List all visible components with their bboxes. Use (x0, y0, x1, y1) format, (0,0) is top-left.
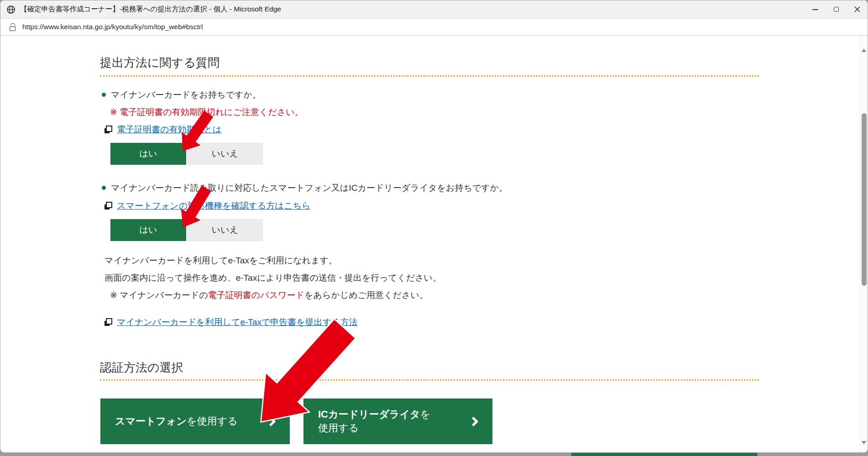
use-ic-card-reader-button[interactable]: ICカードリーダライタを 使用する (303, 398, 492, 444)
vertical-scrollbar[interactable] (860, 36, 868, 452)
scroll-down-arrow-icon[interactable] (862, 441, 866, 445)
chevron-right-icon (469, 416, 478, 426)
question-1-warning: ※ 電子証明書の有効期限切れにご注意ください。 (110, 106, 303, 118)
address-bar[interactable]: https://www.keisan.nta.go.jp/kyoutu/ky/s… (0, 19, 868, 36)
password-note-prefix: ※ マイナンバーカードの (110, 290, 208, 300)
lock-icon (9, 22, 16, 32)
bullet-icon (102, 186, 106, 190)
close-icon (854, 6, 860, 12)
question-1: マイナンバーカードをお持ちですか。 (102, 89, 261, 101)
password-note-suffix: をあらかじめご用意ください。 (304, 290, 428, 300)
certificate-expiry-link[interactable]: 電子証明書の有効期限とは (117, 123, 221, 136)
question-2-text: マイナンバーカード読み取りに対応したスマートフォン又はICカードリーダライタをお… (111, 182, 507, 194)
window-title: 【確定申告書等作成コーナー】-税務署への提出方法の選択 - 個人 - Micro… (20, 5, 281, 14)
question-2-link-row: スマートフォンの対応機種を確認する方はこちら (105, 199, 310, 212)
orange-dotted-divider (100, 75, 759, 77)
etax-submit-link-row: マイナンバーカードを利用してe-Taxで申告書を提出する方法 (105, 316, 358, 328)
supported-devices-link[interactable]: スマートフォンの対応機種を確認する方はこちら (117, 199, 310, 212)
close-button[interactable] (847, 0, 868, 18)
use-smartphone-button[interactable]: スマートフォンを使用する (100, 398, 290, 444)
external-link-icon (105, 126, 112, 133)
auth-heading: 認証方法の選択 (100, 360, 183, 375)
scrollbar-thumb[interactable] (862, 113, 867, 286)
question-1-link-row: 電子証明書の有効期限とは (105, 123, 221, 136)
scroll-up-arrow-icon[interactable] (862, 48, 866, 52)
questions-heading: 提出方法に関する質問 (100, 55, 220, 70)
title-bar: 【確定申告書等作成コーナー】-税務署への提出方法の選択 - 個人 - Micro… (0, 0, 868, 19)
url-text[interactable]: https://www.keisan.nta.go.jp/kyoutu/ky/s… (22, 23, 203, 31)
q2-yes-button[interactable]: はい (110, 219, 186, 241)
minimize-icon (812, 9, 818, 10)
maximize-icon (834, 7, 839, 12)
password-note-highlight: 電子証明書のパスワード (208, 290, 304, 300)
orange-dotted-divider (100, 379, 759, 381)
use-smartphone-label: スマートフォンを使用する (115, 414, 238, 428)
q1-yes-button[interactable]: はい (110, 143, 186, 165)
use-ic-card-reader-label: ICカードリーダライタを 使用する (318, 408, 430, 435)
external-link-icon (105, 318, 112, 326)
question-1-answers: はい いいえ (110, 143, 263, 165)
minimize-button[interactable] (805, 0, 826, 18)
window-controls (805, 0, 868, 18)
external-link-icon (105, 202, 112, 210)
etax-submit-method-link[interactable]: マイナンバーカードを利用してe-Taxで申告書を提出する方法 (117, 316, 358, 328)
q1-no-button[interactable]: いいえ (187, 143, 263, 165)
q2-no-button[interactable]: いいえ (187, 219, 263, 241)
bullet-icon (102, 93, 106, 97)
result-line-2: 画面の案内に沿って操作を進め、e-Taxにより申告書の送信・提出を行ってください… (105, 272, 441, 284)
browser-window: 【確定申告書等作成コーナー】-税務署への提出方法の選択 - 個人 - Micro… (0, 0, 868, 453)
maximize-button[interactable] (826, 0, 847, 18)
globe-icon (6, 5, 16, 14)
question-1-text: マイナンバーカードをお持ちですか。 (111, 89, 261, 101)
question-2: マイナンバーカード読み取りに対応したスマートフォン又はICカードリーダライタをお… (102, 182, 507, 194)
question-2-answers: はい いいえ (110, 219, 263, 241)
chevron-right-icon (266, 416, 276, 426)
page-content: 提出方法に関する質問 マイナンバーカードをお持ちですか。 ※ 電子証明書の有効期… (0, 36, 868, 452)
result-line-1: マイナンバーカードを利用してe-Taxをご利用になれます。 (105, 254, 337, 267)
password-note: ※ マイナンバーカードの電子証明書のパスワードをあらかじめご用意ください。 (110, 289, 428, 301)
